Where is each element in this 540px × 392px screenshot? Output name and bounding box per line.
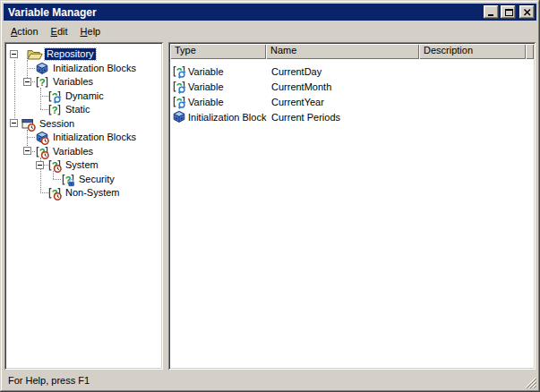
tree-item-label: Security (77, 174, 116, 185)
variable-icon: ? (35, 75, 49, 89)
variable-tree: RepositoryInitialization Blocks?Variable… (6, 44, 161, 368)
variable-session-icon: ? (47, 158, 62, 173)
maximize-button[interactable] (501, 5, 516, 19)
tree-item-label: Initialization Blocks (51, 132, 138, 143)
tree-connector-stub (27, 137, 35, 138)
minimize-button[interactable] (484, 5, 499, 19)
tree-item-initialization-blocks[interactable]: Initialization Blocks (35, 131, 138, 144)
menu-help[interactable]: Help (74, 24, 107, 38)
maximize-icon (503, 8, 514, 17)
tree-connector-stub (27, 68, 35, 69)
list-row-currentmonth[interactable]: ?VariableCurrentMonth (170, 80, 534, 95)
close-button[interactable] (519, 5, 535, 19)
tree-connector-line (14, 60, 15, 124)
variable-security-icon: ? (61, 173, 75, 187)
minimize-icon (486, 8, 497, 17)
column-header-description[interactable]: Description (419, 44, 526, 59)
tree-item-label: Initialization Blocks (51, 63, 138, 74)
tree-panel: RepositoryInitialization Blocks?Variable… (4, 42, 163, 370)
session-icon (21, 117, 36, 132)
tree-item-session[interactable]: Session (21, 117, 76, 131)
variable-session-icon: ? (47, 186, 62, 200)
column-header-filler (526, 44, 534, 59)
variable-icon: ? (47, 103, 62, 117)
tree-expand-box[interactable] (10, 119, 18, 127)
window-controls (484, 5, 535, 19)
list-row-current-periods[interactable]: Initialization BlockCurrent Periods (170, 110, 534, 125)
cell-name: Current Periods (271, 112, 340, 123)
tree-item-variables[interactable]: ?Variables (35, 75, 95, 89)
window-title: Variable Manager (8, 6, 97, 19)
cell-name: CurrentDay (271, 66, 321, 77)
tree-expand-box[interactable] (10, 50, 18, 58)
list-panel: TypeNameDescription?VariableCurrentDay?V… (168, 42, 536, 370)
tree-expand-box[interactable] (23, 78, 31, 86)
menubar: ActionEditHelp (4, 23, 536, 39)
statusbar: For Help, press F1 (4, 371, 536, 388)
tree-item-repository[interactable]: Repository (21, 47, 96, 61)
cell-type: Variable (188, 97, 224, 107)
folder-open-icon (26, 47, 43, 62)
tree-item-security[interactable]: ?Security (61, 173, 116, 186)
tree-connector-stub (53, 179, 61, 180)
variable-manager-window: Variable Manager ActionEditHelp Reposito… (0, 0, 540, 392)
variable-dynamic-icon: ? (47, 89, 62, 104)
tree-item-label: Repository (45, 48, 96, 60)
tree-item-non-system[interactable]: ?Non-System (47, 186, 122, 200)
tree-item-label: Variables (51, 76, 95, 88)
init-block-icon (35, 62, 49, 76)
resize-grip[interactable] (525, 377, 536, 388)
list-header: TypeNameDescription (170, 44, 534, 59)
status-text: For Help, press F1 (8, 375, 90, 386)
tree-connector-line (40, 88, 41, 109)
init-block-session-icon (35, 131, 49, 145)
variable-dynamic-icon: ? (172, 64, 186, 79)
tree-item-dynamic[interactable]: ?Dynamic (47, 89, 106, 103)
list-row-currentday[interactable]: ?VariableCurrentDay (170, 64, 534, 80)
tree-expand-box[interactable] (23, 147, 31, 155)
variable-list: TypeNameDescription?VariableCurrentDay?V… (170, 44, 534, 368)
svg-text:?: ? (39, 76, 46, 87)
menu-edit[interactable]: Edit (45, 24, 74, 38)
cell-type: Variable (188, 81, 224, 92)
tree-item-static[interactable]: ?Static (47, 103, 92, 116)
cell-name: CurrentYear (271, 97, 324, 107)
cell-type: Initialization Block (188, 112, 266, 123)
variable-session-icon: ? (35, 145, 49, 159)
tree-item-system[interactable]: ?System (47, 158, 100, 172)
tree-item-label: Dynamic (64, 90, 106, 102)
tree-item-label: Variables (51, 146, 95, 158)
menu-action[interactable]: Action (4, 24, 45, 38)
tree-item-label: Non-System (64, 187, 122, 199)
tree-expand-box[interactable] (36, 161, 44, 169)
init-block-icon (172, 110, 186, 124)
cell-name: CurrentMonth (271, 81, 331, 92)
svg-text:?: ? (52, 104, 58, 115)
tree-item-initialization-blocks[interactable]: Initialization Blocks (35, 62, 138, 75)
titlebar[interactable]: Variable Manager (4, 4, 536, 21)
tree-item-label: Session (38, 118, 76, 130)
list-row-currentyear[interactable]: ?VariableCurrentYear (170, 95, 534, 110)
close-icon (522, 8, 533, 17)
variable-dynamic-icon: ? (172, 95, 186, 109)
variable-dynamic-icon: ? (172, 80, 186, 94)
tree-item-label: System (64, 159, 100, 171)
column-header-type[interactable]: Type (170, 44, 266, 59)
tree-item-variables[interactable]: ?Variables (35, 145, 95, 158)
column-header-name[interactable]: Name (266, 44, 419, 59)
cell-type: Variable (188, 66, 224, 77)
tree-item-label: Static (64, 104, 92, 115)
